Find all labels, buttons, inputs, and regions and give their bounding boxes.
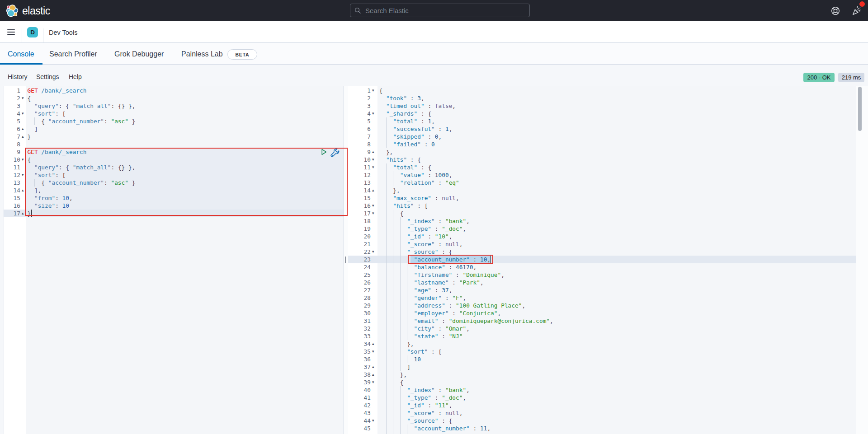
- fold-widget-icon[interactable]: ▾: [22, 171, 24, 179]
- fold-widget-icon[interactable]: ▾: [22, 94, 24, 102]
- fold-widget-icon[interactable]: ▴: [22, 210, 24, 217]
- code-line[interactable]: "_id" : "11",: [379, 401, 857, 409]
- code-line[interactable]: {: [379, 210, 857, 217]
- newsfeed-icon[interactable]: [852, 6, 862, 16]
- fold-widget-icon[interactable]: ▾: [372, 210, 374, 217]
- code-line[interactable]: "hits" : {: [379, 156, 857, 163]
- elastic-logo[interactable]: elastic: [5, 4, 50, 18]
- code-line[interactable]: {: [379, 87, 857, 94]
- code-line[interactable]: "value" : 1000,: [379, 171, 857, 179]
- code-line[interactable]: "firstname" : "Dominique",: [379, 271, 857, 279]
- code-line[interactable]: "hits" : [: [379, 202, 857, 210]
- code-line[interactable]: "relation" : "eq": [379, 179, 857, 187]
- code-line[interactable]: "skipped" : 0,: [379, 133, 857, 140]
- fold-widget-icon[interactable]: ▾: [372, 202, 374, 210]
- code-line[interactable]: "_type" : "_doc",: [379, 225, 857, 233]
- fold-widget-icon[interactable]: ▴: [372, 363, 374, 371]
- fold-widget-icon[interactable]: ▴: [372, 187, 374, 194]
- tab-search-profiler[interactable]: Search Profiler: [49, 50, 97, 58]
- code-line[interactable]: "max_score" : null,: [379, 194, 857, 202]
- code-line[interactable]: "total" : 1,: [379, 117, 857, 125]
- indent-guide: [386, 202, 387, 210]
- code-line[interactable]: 10: [379, 355, 857, 363]
- fold-widget-icon[interactable]: ▾: [22, 110, 24, 117]
- indent-guide: [386, 309, 387, 317]
- space-avatar[interactable]: D: [27, 27, 38, 37]
- code-line[interactable]: "age" : 37,: [379, 286, 857, 294]
- code-line[interactable]: },: [379, 148, 857, 156]
- fold-widget-icon[interactable]: ▴: [22, 187, 24, 194]
- tab-console[interactable]: Console: [8, 50, 34, 58]
- code-line[interactable]: "sort": [: [28, 110, 344, 117]
- code-line[interactable]: },: [379, 371, 857, 378]
- code-line[interactable]: "employer" : "Conjurica",: [379, 309, 857, 317]
- code-line[interactable]: "state" : "NJ": [379, 332, 857, 340]
- code-line[interactable]: "query": { "match_all": {} },: [28, 102, 344, 110]
- code-line[interactable]: "timed_out" : false,: [379, 102, 857, 110]
- fold-widget-icon[interactable]: ▴: [372, 148, 374, 156]
- fold-widget-icon[interactable]: ▴: [22, 125, 24, 133]
- code-line[interactable]: "city" : "Omar",: [379, 325, 857, 332]
- code-line[interactable]: "failed" : 0: [379, 140, 857, 148]
- history-button[interactable]: History: [8, 73, 28, 80]
- active-tab-underline: [0, 63, 42, 65]
- global-search-input[interactable]: Search Elastic: [350, 4, 530, 17]
- code-line[interactable]: { "account_number": "asc" }: [28, 117, 344, 125]
- code-line[interactable]: "took" : 3,: [379, 94, 857, 102]
- code-line[interactable]: "_score" : null,: [379, 409, 857, 417]
- fold-widget-icon[interactable]: ▾: [372, 110, 374, 117]
- help-button[interactable]: Help: [69, 73, 82, 80]
- line-number: 22: [348, 248, 371, 256]
- code-line[interactable]: GET /bank/_search: [28, 87, 344, 94]
- code-line[interactable]: "total" : {: [379, 163, 857, 171]
- settings-button[interactable]: Settings: [36, 73, 59, 80]
- code-line[interactable]: "successful" : 1,: [379, 125, 857, 133]
- fold-widget-icon[interactable]: ▾: [372, 87, 374, 94]
- console-editor-zone: 1GET /bank/_search2▾{3 "query": { "match…: [0, 86, 868, 434]
- fold-widget-icon[interactable]: ▾: [372, 348, 374, 355]
- code-line[interactable]: "lastname" : "Park",: [379, 279, 857, 286]
- code-line[interactable]: "_score" : null,: [379, 240, 857, 248]
- line-number: 5: [4, 117, 20, 125]
- code-line[interactable]: "_id" : "10",: [379, 233, 857, 240]
- code-line[interactable]: ]: [28, 125, 344, 133]
- code-line[interactable]: ]: [379, 363, 857, 371]
- help-icon[interactable]: [830, 6, 840, 16]
- fold-widget-icon[interactable]: ▾: [372, 248, 374, 256]
- code-line[interactable]: {: [28, 94, 344, 102]
- code-line[interactable]: "account_number" : 11,: [379, 425, 857, 432]
- fold-widget-icon[interactable]: ▴: [372, 340, 374, 348]
- indent-guide: [400, 302, 401, 309]
- code-line[interactable]: },: [379, 187, 857, 194]
- fold-widget-icon[interactable]: ▾: [372, 378, 374, 386]
- fold-widget-icon[interactable]: ▴: [22, 133, 24, 140]
- fold-widget-icon[interactable]: ▴: [372, 371, 374, 378]
- code-line[interactable]: },: [379, 340, 857, 348]
- code-line[interactable]: }: [28, 133, 344, 140]
- code-line[interactable]: "address" : "100 Gatling Place",: [379, 302, 857, 309]
- code-line[interactable]: "_source" : {: [379, 417, 857, 425]
- code-line[interactable]: "email" : "dominiquepark@conjurica.com",: [379, 317, 857, 325]
- tab-grok-debugger[interactable]: Grok Debugger: [114, 50, 164, 58]
- indent-guide: [393, 271, 393, 279]
- scrollbar-thumb[interactable]: [858, 87, 862, 131]
- fold-widget-icon[interactable]: ▾: [372, 163, 374, 171]
- fold-widget-icon[interactable]: ▾: [372, 417, 374, 425]
- code-line[interactable]: "_index" : "bank",: [379, 386, 857, 394]
- code-line[interactable]: "_type" : "_doc",: [379, 394, 857, 401]
- fold-widget-icon[interactable]: ▾: [22, 156, 24, 163]
- code-line[interactable]: "_shards" : {: [379, 110, 857, 117]
- menu-hamburger-icon[interactable]: [7, 29, 15, 35]
- fold-widget-icon[interactable]: ▾: [372, 156, 374, 163]
- tab-painless-lab[interactable]: Painless Lab: [181, 50, 223, 58]
- indent-guide: [386, 279, 387, 286]
- code-line[interactable]: {: [379, 378, 857, 386]
- panel-resizer[interactable]: [344, 86, 348, 434]
- code-line[interactable]: "sort" : [: [379, 348, 857, 355]
- code-line[interactable]: "gender" : "F",: [379, 294, 857, 302]
- code-line[interactable]: "_index" : "bank",: [379, 217, 857, 225]
- code-line[interactable]: "balance" : 46170,: [379, 263, 857, 271]
- code-line[interactable]: [28, 140, 344, 148]
- code-line[interactable]: "balance" : 33686,: [379, 432, 857, 434]
- indent-guide: [400, 233, 401, 240]
